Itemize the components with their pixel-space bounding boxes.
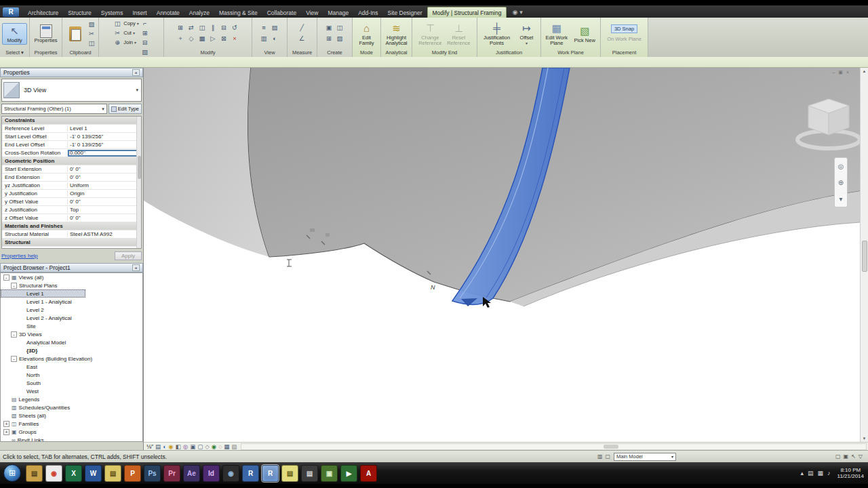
pick-new-work-plane-button[interactable]: ▧ Pick New — [572, 24, 599, 44]
ribbon-tab[interactable]: Annotate — [152, 7, 184, 18]
tree-expander-icon[interactable]: - — [11, 356, 17, 362]
volume-icon[interactable]: ♪ — [827, 470, 831, 476]
cope-icon[interactable]: ⌐ — [140, 19, 150, 28]
create-parts-icon[interactable]: ▨ — [335, 34, 344, 43]
edit-type-button[interactable]: Edit Type — [108, 104, 142, 114]
minimize-view-icon[interactable]: – — [832, 70, 835, 75]
worksharing-display-icon[interactable]: ▦ — [224, 443, 229, 450]
taskbar-excel-icon[interactable]: X — [65, 465, 82, 482]
tree-expander-icon[interactable] — [18, 364, 24, 370]
tree-expander-icon[interactable]: - — [11, 331, 17, 338]
measure-distance-icon[interactable]: ╱ — [297, 23, 307, 32]
ribbon-collapse-icon[interactable]: ▾ — [519, 9, 523, 16]
edit-work-plane-button[interactable]: ▦ Edit Work Plane — [543, 21, 570, 47]
taskbar-aftereffects-icon[interactable]: Ae — [183, 465, 200, 482]
properties-scrollbar[interactable] — [136, 117, 141, 248]
match-type-icon[interactable]: ▨ — [87, 20, 96, 28]
create-similar-icon[interactable]: ◫ — [335, 23, 344, 32]
vertical-scroll-thumb[interactable] — [862, 241, 867, 272]
tree-item[interactable]: North — [1, 371, 142, 379]
copy-element-icon[interactable]: ◇ — [186, 34, 196, 43]
cut-geometry-icon[interactable]: ✂ Cut ▾ — [113, 28, 139, 37]
taskbar-clock[interactable]: 8:10 PM 11/21/2014 — [835, 467, 864, 479]
tree-item[interactable]: - Elevations (Building Elevation) — [1, 354, 142, 363]
properties-help-link[interactable]: Properties help — [1, 253, 38, 259]
show-crop-icon[interactable]: ▢ — [197, 443, 203, 450]
editable-only-icon[interactable]: ▣ — [844, 453, 849, 460]
3d-snap-checkbox[interactable]: 3D Snap — [611, 24, 637, 33]
tree-expander-icon[interactable] — [3, 437, 9, 443]
scale-icon[interactable]: ▷ — [208, 34, 218, 43]
tree-item[interactable]: East — [1, 363, 142, 371]
zoom-icon[interactable]: ⊕ — [838, 179, 844, 186]
tree-item[interactable]: {3D} — [1, 346, 142, 354]
measure-angle-icon[interactable]: ∠ — [297, 34, 307, 43]
delete-icon[interactable]: × — [230, 34, 239, 43]
type-selector-dropdown-icon[interactable]: ▾ — [136, 87, 140, 93]
tree-item[interactable]: South — [1, 379, 142, 387]
ribbon-options-icon[interactable]: ◉ — [512, 9, 517, 16]
scale-icon[interactable]: ⅛″ — [146, 443, 153, 450]
tree-expander-icon[interactable] — [3, 413, 9, 419]
tree-expander-icon[interactable] — [3, 396, 9, 403]
revit-app-logo[interactable]: R — [3, 7, 19, 17]
tree-item[interactable]: Analytical Model — [1, 338, 142, 346]
taskbar-mediaplayer-icon[interactable]: ◉ — [222, 465, 239, 482]
modify-button[interactable]: ↖ Modify — [2, 23, 27, 45]
shadows-icon[interactable]: ◧ — [176, 443, 181, 450]
justification-points-button[interactable]: ╪ Justification Points — [480, 21, 514, 47]
taskbar-revit-icon[interactable]: R — [242, 465, 259, 482]
change-reference-button[interactable]: ⊤ Change Reference — [417, 21, 444, 47]
tree-expander-icon[interactable] — [18, 307, 24, 313]
ribbon-tab[interactable]: Site Designer — [382, 7, 427, 18]
tree-item[interactable]: West — [1, 387, 142, 395]
tree-expander-icon[interactable] — [18, 323, 24, 329]
create-assembly-icon[interactable]: ⊞ — [324, 34, 334, 43]
offset-icon[interactable]: ⇄ — [186, 23, 196, 32]
horizontal-scroll-thumb[interactable] — [604, 445, 618, 449]
ribbon-tab[interactable]: Systems — [96, 7, 128, 18]
tree-item[interactable]: Level 2 - Analytical — [1, 314, 142, 322]
remove-coping-icon[interactable]: ⊟ — [140, 38, 150, 47]
reset-reference-button[interactable]: ⊥ Reset Reference — [446, 21, 473, 47]
property-row[interactable]: End Extension 0' 0" — [2, 174, 141, 182]
property-row[interactable]: Start Level Offset -1' 0 139/256" — [2, 133, 141, 141]
tree-item[interactable]: - ▦ Views (all) — [1, 273, 142, 281]
property-row[interactable]: Cross-Section Rotation 0.000° — [2, 149, 141, 157]
ribbon-tab[interactable]: Massing & Site — [214, 7, 262, 18]
property-row[interactable]: y Offset Value 0' 0" — [2, 198, 141, 206]
nav-expand-icon[interactable]: ▾ — [839, 195, 842, 203]
design-option-select[interactable]: Main Model ▾ — [614, 453, 676, 461]
tree-expander-icon[interactable] — [18, 388, 24, 394]
tree-expander-icon[interactable] — [18, 315, 24, 321]
property-row[interactable]: Geometric Position ▪ — [2, 157, 141, 165]
ribbon-tab[interactable]: Modify | Structural Framing — [427, 7, 507, 18]
property-row[interactable]: yz Justification Uniform — [2, 182, 141, 190]
property-row[interactable]: z Offset Value 0' 0" — [2, 214, 141, 222]
panel-label-select[interactable]: Select ▾ — [0, 49, 29, 57]
constraints-icon[interactable]: ▧ — [231, 443, 237, 450]
tree-item[interactable]: Site — [1, 322, 142, 330]
ribbon-tab[interactable]: Insert — [127, 7, 151, 18]
properties-title-bar[interactable]: Properties × — [0, 68, 143, 77]
taskbar-recorder-icon[interactable]: ▣ — [321, 465, 338, 482]
taskbar-word-icon[interactable]: W — [85, 465, 102, 482]
property-row[interactable]: z Justification Top — [2, 206, 141, 214]
tree-expander-icon[interactable] — [18, 291, 24, 297]
3d-view-canvas[interactable]: N –▣× ◎⊕▾ — [144, 68, 860, 442]
property-row[interactable]: End Level Offset -1' 0 139/256" — [2, 141, 141, 149]
highlight-analytical-button[interactable]: ≋ Highlight Analytical — [383, 21, 410, 47]
design-options-icon[interactable]: ▢ — [605, 453, 610, 460]
close-properties-icon[interactable]: × — [132, 69, 140, 76]
tree-item[interactable]: ▥ Schedules/Quantities — [1, 403, 142, 411]
tree-item[interactable]: + ▣ Groups — [1, 428, 142, 436]
reveal-hidden-icon[interactable]: ◌ — [218, 443, 222, 450]
ribbon-tab[interactable]: Architecture — [23, 7, 63, 18]
tree-expander-icon[interactable]: - — [3, 274, 9, 281]
taskbar-premiere-icon[interactable]: Pr — [163, 465, 180, 482]
ribbon-tab[interactable]: View — [301, 7, 323, 18]
remove-hidden-lines-icon[interactable]: ▥ — [259, 34, 269, 43]
tree-expander-icon[interactable]: + — [3, 429, 9, 435]
tree-expander-icon[interactable] — [18, 299, 24, 305]
edit-family-button[interactable]: ⌂ Edit Family — [355, 21, 378, 47]
